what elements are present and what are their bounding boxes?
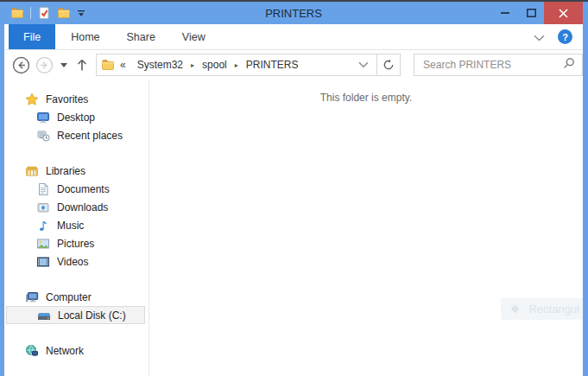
music-icon — [36, 219, 50, 233]
local-disk-icon — [37, 309, 51, 322]
sidebar-item-desktop[interactable]: Desktop — [4, 108, 149, 126]
sidebar-group-libraries: Libraries Documents Downloads — [4, 162, 149, 271]
magnifier-icon[interactable] — [563, 57, 575, 73]
sidebar-item-label: Desktop — [57, 112, 95, 124]
tab-view[interactable]: View — [171, 24, 217, 49]
help-icon[interactable]: ? — [558, 29, 572, 44]
sidebar-item-downloads[interactable]: Downloads — [4, 198, 149, 216]
watermark-overlay: Rectangul — [501, 298, 583, 320]
search-input[interactable] — [421, 58, 563, 72]
computer-icon — [25, 290, 39, 304]
sidebar-item-libraries[interactable]: Libraries — [4, 162, 149, 180]
sidebar-item-documents[interactable]: Documents — [4, 180, 149, 198]
breadcrumb-separator[interactable]: ▸ — [189, 61, 196, 69]
ribbon-tabs: File Home Share View ? — [4, 24, 583, 50]
sidebar-item-recent-places[interactable]: Recent places — [4, 126, 149, 144]
sidebar-item-music[interactable]: Music — [4, 216, 149, 234]
content-area: Favorites Desktop Recent places — [4, 80, 583, 376]
navigation-bar: « System32 ▸ spool ▸ PRINTERS — [4, 50, 583, 80]
toolbar-separator — [30, 7, 31, 19]
maximize-button[interactable] — [518, 2, 544, 24]
empty-folder-message: This folder is empty. — [149, 92, 583, 104]
customize-toolbar-caret[interactable] — [77, 5, 85, 21]
sidebar-group-network: Network — [4, 341, 149, 360]
close-button[interactable] — [544, 2, 583, 24]
sidebar-item-label: Pictures — [57, 238, 94, 250]
pictures-icon — [36, 237, 50, 251]
minimize-button[interactable] — [492, 2, 518, 24]
star-icon — [25, 92, 39, 106]
sidebar-item-label: Computer — [46, 291, 92, 303]
titlebar[interactable]: PRINTERS — [4, 2, 583, 24]
sidebar-item-label: Libraries — [46, 165, 85, 177]
up-button[interactable] — [76, 58, 88, 73]
tab-share[interactable]: Share — [116, 24, 167, 49]
sidebar-item-favorites[interactable]: Favorites — [4, 90, 149, 108]
sidebar-group-computer: Computer Local Disk (C:) — [4, 288, 149, 324]
recent-places-icon — [36, 129, 50, 143]
sidebar-item-videos[interactable]: Videos — [4, 252, 149, 271]
breadcrumb: « System32 ▸ spool ▸ PRINTERS — [115, 59, 351, 71]
file-list-pane[interactable]: This folder is empty. Rectangul — [149, 80, 583, 376]
tab-home[interactable]: Home — [60, 24, 111, 49]
properties-check-icon[interactable] — [37, 6, 51, 20]
network-icon — [25, 344, 39, 358]
address-dropdown-chevron-icon[interactable] — [351, 61, 376, 68]
sidebar-item-label: Recent places — [57, 130, 123, 142]
sidebar-item-network[interactable]: Network — [4, 341, 149, 360]
diamond-icon — [511, 305, 520, 314]
address-bar[interactable]: « System32 ▸ spool ▸ PRINTERS — [96, 54, 377, 76]
watermark-text: Rectangul — [528, 303, 579, 315]
videos-icon — [36, 255, 50, 269]
sidebar-item-label: Network — [46, 345, 84, 357]
ribbon-right-controls: ? — [534, 24, 583, 49]
sidebar-item-pictures[interactable]: Pictures — [4, 234, 149, 252]
refresh-button[interactable] — [376, 54, 401, 76]
sidebar-item-label: Downloads — [57, 201, 108, 213]
sidebar-item-local-disk-c[interactable]: Local Disk (C:) — [6, 306, 145, 324]
breadcrumb-item[interactable]: System32 — [131, 59, 189, 71]
search-box[interactable] — [414, 54, 583, 76]
breadcrumb-item[interactable]: PRINTERS — [240, 59, 305, 71]
explorer-window: PRINTERS — [0, 0, 588, 376]
sidebar-item-label: Favorites — [46, 93, 88, 105]
back-button[interactable] — [12, 56, 30, 74]
navigation-pane: Favorites Desktop Recent places — [4, 80, 149, 376]
quick-access-toolbar — [4, 5, 85, 21]
sidebar-item-label: Music — [57, 220, 84, 232]
app-folder-icon[interactable] — [10, 6, 24, 20]
forward-button[interactable] — [35, 56, 54, 74]
breadcrumb-item[interactable]: spool — [196, 59, 233, 71]
sidebar-item-label: Local Disk (C:) — [58, 309, 126, 322]
tab-file[interactable]: File — [9, 24, 55, 49]
recent-locations-caret[interactable] — [60, 63, 67, 71]
documents-icon — [36, 182, 50, 196]
breadcrumb-overflow[interactable]: « — [115, 59, 131, 71]
expand-ribbon-chevron-icon[interactable] — [534, 29, 545, 45]
window-controls — [492, 2, 583, 24]
new-folder-icon[interactable] — [57, 6, 71, 20]
breadcrumb-separator[interactable]: ▸ — [233, 61, 240, 69]
sidebar-group-favorites: Favorites Desktop Recent places — [4, 90, 149, 144]
sidebar-item-label: Videos — [57, 256, 88, 268]
sidebar-item-computer[interactable]: Computer — [4, 288, 149, 306]
folder-icon — [101, 58, 115, 72]
window-frame: PRINTERS — [0, 2, 588, 376]
downloads-icon — [36, 201, 50, 214]
libraries-icon — [25, 164, 39, 178]
desktop-icon — [36, 111, 50, 124]
sidebar-item-label: Documents — [57, 183, 110, 195]
